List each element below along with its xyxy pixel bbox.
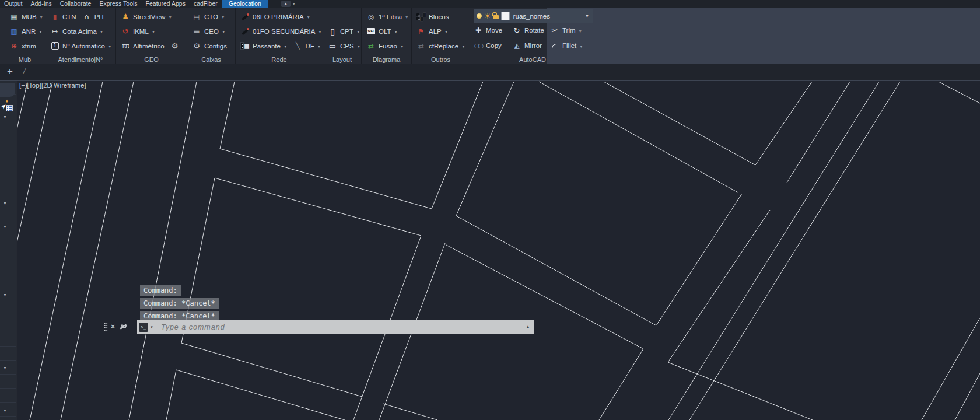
menu-item-geolocation[interactable]: Geolocation	[222, 0, 268, 8]
anr-button[interactable]: ▥ANR▼	[9, 27, 43, 36]
cps-button[interactable]: ▭CPS▼	[328, 41, 360, 51]
dropdown-arrow-icon[interactable]: ▼	[40, 14, 43, 19]
move-button[interactable]: ✚Move	[474, 26, 512, 35]
palette-expand-arrow-icon[interactable]: ▼	[3, 293, 7, 297]
dropdown-arrow-icon[interactable]: ▼	[100, 29, 103, 34]
1ª-fibra-button[interactable]: ◎1ª Fibra▼	[366, 12, 409, 22]
dropdown-arrow-icon[interactable]: ▼	[284, 43, 287, 48]
dropdown-arrow-icon[interactable]: ▼	[222, 29, 225, 34]
fillet-button[interactable]: Fillet▼	[550, 41, 596, 50]
layer-freeze-sun-icon[interactable]: ☀	[484, 12, 491, 20]
cpt-button[interactable]: ▯CPT▼	[328, 27, 360, 36]
button-label: IKML	[133, 28, 149, 35]
left-collapsed-palette[interactable]: ➤ ✦ ▼▼▼▼▼▼	[0, 80, 16, 420]
dropdown-arrow-icon[interactable]: ▼	[461, 43, 465, 48]
menu-item-cadfiber[interactable]: cadFiber	[190, 0, 222, 8]
menu-item-express-tools[interactable]: Express Tools	[95, 0, 141, 8]
dropdown-arrow-icon[interactable]: ▼	[394, 29, 398, 34]
olt-button[interactable]: OLTOLT▼	[366, 27, 398, 36]
command-expand-arrow-icon[interactable]: ▲	[526, 324, 530, 330]
ribbon-collapse-icon[interactable]: ▲	[281, 1, 290, 7]
layer-control[interactable]: ☀ruas_nomes▼	[474, 9, 593, 23]
dropdown-arrow-icon[interactable]: ▼	[579, 28, 582, 33]
ikml-button[interactable]: ↺IKML▼	[121, 27, 155, 36]
layer-unlock-icon[interactable]	[494, 15, 499, 19]
df-button[interactable]: ╲DF▼	[293, 41, 321, 51]
blocos-button[interactable]: ▞Blocos	[416, 12, 449, 22]
cota-acima-button[interactable]: ↦Cota Acima▼	[50, 27, 103, 36]
mirror-button[interactable]: ◭Mirror	[512, 41, 550, 50]
command-line-customize-icon[interactable]	[118, 323, 127, 331]
dropdown-arrow-icon[interactable]: ▼	[152, 29, 155, 34]
dropdown-arrow-icon[interactable]: ▼	[356, 29, 360, 34]
dropdown-arrow-icon[interactable]: ▼	[400, 43, 404, 48]
panel-title: Outros	[412, 56, 470, 63]
street-segment	[539, 82, 738, 192]
recent-commands-arrow-icon[interactable]: ▼	[150, 326, 153, 329]
dropdown-arrow-icon[interactable]: ▼	[38, 29, 42, 34]
01fo-secund-ria-button[interactable]: 01FO SECUNDÁRIA▼	[240, 27, 322, 36]
dropdown-arrow-icon[interactable]: ▼	[579, 43, 583, 48]
command-bar[interactable]: >_ ▼ ▲	[137, 320, 534, 334]
command-input[interactable]	[160, 323, 526, 332]
dropdown-arrow-icon[interactable]: ▼	[221, 14, 225, 19]
ceo-button[interactable]: ▬CEO▼	[192, 27, 225, 36]
trim-button[interactable]: ✂Trim▼	[550, 26, 596, 35]
configs-button[interactable]: ⚙Configs	[192, 41, 227, 51]
ribbon-panel-atendimento-n-: ▮CTN⌂PH↦Cota Acima▼1N° Automatico▼Atendi…	[46, 8, 116, 64]
mub-button[interactable]: ▦MUB▼	[9, 12, 43, 22]
menu-item-featured-apps[interactable]: Featured Apps	[142, 0, 190, 8]
drawing-canvas[interactable]	[17, 81, 980, 420]
streetview-button[interactable]: ♟StreetView▼	[121, 12, 172, 22]
dropdown-arrow-icon[interactable]: ▼	[108, 43, 111, 48]
dropdown-arrow-icon[interactable]: ▼	[405, 14, 408, 19]
rotate-button[interactable]: ↻Rotate	[512, 26, 550, 35]
ph-button[interactable]: ⌂PH	[82, 12, 104, 22]
06fo-prim-ria-button[interactable]: 06FO PRIMÁRIA▼	[240, 12, 310, 22]
quick-properties-icon[interactable]: ➤ ✦	[1, 100, 13, 113]
button-label: CEO	[204, 28, 219, 35]
copy-button[interactable]: ◯◯Copy	[474, 41, 512, 50]
palette-expand-arrow-icon[interactable]: ▼	[3, 408, 7, 412]
cto-button[interactable]: ▤CTO▼	[192, 12, 225, 22]
palette-expand-arrow-icon[interactable]: ▼	[3, 225, 7, 229]
street-segment	[220, 82, 235, 149]
palette-expand-arrow-icon[interactable]: ▼	[3, 366, 7, 370]
menu-item-output[interactable]: Output	[0, 0, 27, 8]
street-segment	[668, 82, 879, 420]
fus-o-button[interactable]: ⇄Fusão▼	[366, 41, 404, 51]
layer-on-bulb-icon[interactable]	[477, 13, 482, 19]
xtrim-button[interactable]: ⊕xtrim	[9, 41, 36, 51]
dropdown-arrow-icon[interactable]: ▼	[444, 29, 448, 34]
passante-button[interactable]: ◼Passante▼	[240, 41, 287, 51]
command-line-close-icon[interactable]: ×	[111, 323, 115, 331]
copy-icon: ◯◯	[474, 41, 483, 50]
ctn-button[interactable]: ▮CTN	[50, 12, 76, 22]
n°-automatico-button[interactable]: 1N° Automatico▼	[50, 41, 111, 51]
menu-item-add-ins[interactable]: Add-Ins	[27, 0, 56, 8]
layer-color-swatch[interactable]	[501, 12, 510, 20]
dropdown-arrow-icon[interactable]: ▼	[168, 14, 172, 19]
dropdown-arrow-icon[interactable]: ▼	[317, 43, 321, 48]
cpt-icon: ▯	[328, 27, 337, 36]
dropdown-arrow-icon[interactable]: ▼	[318, 29, 321, 34]
drawing-viewport[interactable]: [−][Top][2D Wireframe]	[17, 81, 980, 420]
ribbon-panel-caixas: ▤CTO▼▬CEO▼⚙ConfigsCaixas	[187, 8, 236, 64]
street-segment	[17, 82, 27, 132]
menu-item-collaborate[interactable]: Collaborate	[56, 0, 96, 8]
gears-button[interactable]: ⚙	[170, 41, 183, 51]
palette-expand-arrow-icon[interactable]: ▼	[3, 201, 7, 205]
command-prompt-icon[interactable]: >_	[139, 323, 148, 332]
cfreplace-button[interactable]: ⇄cfReplace▼	[416, 41, 466, 51]
command-line-grip[interactable]	[104, 322, 108, 331]
dropdown-arrow-icon[interactable]: ▼	[357, 43, 360, 48]
new-drawing-tab-button[interactable]: +	[7, 66, 13, 78]
layer-dropdown-arrow-icon[interactable]: ▼	[585, 14, 589, 18]
alp-button[interactable]: ⚑ALP▼	[416, 27, 448, 36]
viewport-controls-label[interactable]: [−][Top][2D Wireframe]	[19, 82, 86, 89]
street-segment	[30, 82, 103, 420]
dropdown-arrow-icon[interactable]: ▼	[307, 14, 310, 19]
palette-expand-arrow-icon[interactable]: ▼	[3, 115, 7, 119]
altim-trico-button[interactable]: ππAltimétrico	[121, 41, 164, 51]
ribbon-options-arrow-icon[interactable]: ▼	[292, 2, 296, 6]
